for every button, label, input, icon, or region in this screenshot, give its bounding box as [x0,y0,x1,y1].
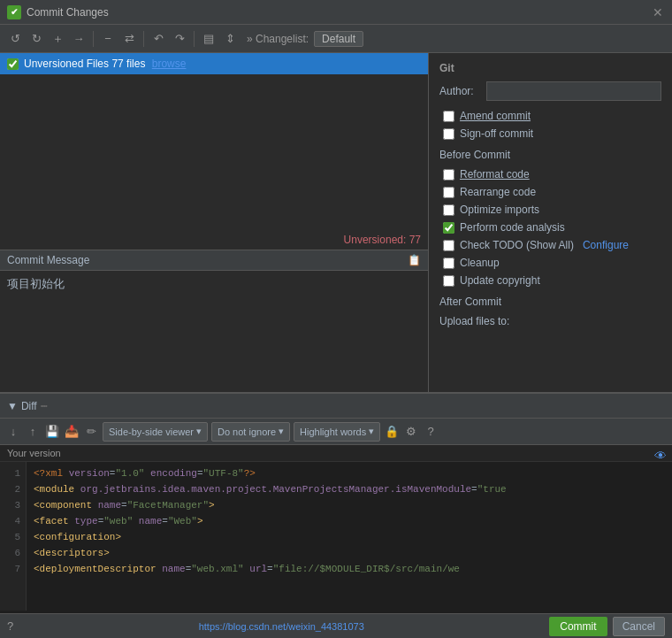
toolbar-btn-view[interactable]: ▤ [199,29,218,49]
close-button[interactable]: ✕ [653,6,665,19]
left-panel: Unversioned Files 77 files browse Unvers… [0,53,429,392]
rearrange-code-row: Rearrange code [439,186,661,198]
commit-message-input[interactable]: 项目初始化 [0,271,428,392]
upload-files-row: Upload files to: [439,315,661,327]
side-by-side-btn[interactable]: Side-by-side viewer ▾ [103,422,208,442]
commit-button[interactable]: Commit [549,617,607,636]
changelist-label: » Changelist: [247,33,309,45]
diff-chevron: ▼ [7,400,18,412]
help-icon[interactable]: ? [423,424,439,440]
line-number: 7 [5,561,20,577]
lock-icon[interactable]: 🔒 [384,424,400,440]
toolbar-btn-redo[interactable]: ↷ [170,29,189,49]
help-button[interactable]: ? [7,619,13,633]
perform-analysis-row: Perform code analysis [439,221,661,234]
cancel-button[interactable]: Cancel [613,617,665,636]
line-number: 3 [5,497,20,513]
toolbar-btn-2[interactable]: ↻ [27,29,46,49]
edit-icon[interactable]: ✏ [83,424,99,440]
right-panel: Git Author: Amend commit Sign-off commit… [429,53,672,392]
commit-message-section: Commit Message 📋 项目初始化 [0,250,428,392]
viewer-chevron-icon: ▾ [196,426,202,437]
check-todo-row: Check TODO (Show All) Configure [439,239,661,251]
save-icon[interactable]: 💾 [44,424,60,440]
line-number: 4 [5,513,20,529]
amend-commit-checkbox[interactable] [443,111,454,122]
window-title: Commit Changes [27,6,109,19]
bottom-buttons: Commit Cancel [549,617,665,636]
arrow-down-icon[interactable]: ↓ [5,424,21,440]
optimize-imports-label[interactable]: Optimize imports [460,204,539,216]
author-input[interactable] [486,81,661,101]
configure-link[interactable]: Configure [583,239,629,251]
line-number: 1 [5,465,20,481]
toolbar: ↺ ↻ ＋ → − ⇄ ↶ ↷ ▤ ⇕ » Changelist: Defaul… [0,25,672,53]
code-line: <module org.jetbrains.idea.maven.project… [34,481,665,497]
toolbar-btn-arrow-right[interactable]: → [69,29,88,49]
diff-header: ▼ Diff •••• [0,394,672,419]
line-number: 2 [5,481,20,497]
perform-analysis-checkbox[interactable] [443,222,454,234]
code-line: <?xml version="1.0" encoding="UTF-8"?> [34,465,665,481]
highlight-btn[interactable]: Highlight words ▾ [294,422,380,442]
amend-commit-row: Amend commit [439,110,661,122]
line-number: 5 [5,529,20,545]
check-todo-checkbox[interactable] [443,240,454,251]
reformat-code-checkbox[interactable] [443,169,454,181]
ignore-btn[interactable]: Do not ignore ▾ [211,422,290,442]
update-copyright-label[interactable]: Update copyright [460,274,540,287]
file-item-label: Unversioned Files 77 files browse [24,58,186,70]
app-icon: ✔ [7,5,21,19]
update-copyright-row: Update copyright [439,274,661,287]
cleanup-label[interactable]: Cleanup [460,257,500,269]
diff-section: ▼ Diff •••• ↓ ↑ 💾 📥 ✏ Side-by-side viewe… [0,392,672,613]
file-item-checkbox[interactable] [7,58,19,70]
perform-analysis-label[interactable]: Perform code analysis [460,221,565,234]
content-area: Unversioned Files 77 files browse Unvers… [0,53,672,392]
toolbar-btn-minus[interactable]: − [98,29,118,49]
code-line: <deploymentDescriptor name="web.xml" url… [34,561,665,577]
amend-commit-label[interactable]: Amend commit [460,110,531,122]
line-number: 6 [5,545,20,561]
optimize-imports-row: Optimize imports [439,204,661,216]
author-label: Author: [439,85,479,97]
toolbar-btn-move[interactable]: ⇄ [119,29,139,49]
before-commit-title: Before Commit [439,149,510,161]
file-item-unversioned[interactable]: Unversioned Files 77 files browse [0,53,428,74]
cleanup-checkbox[interactable] [443,258,454,269]
separator-2 [143,31,144,47]
title-bar: ✔ Commit Changes ✕ [0,0,672,25]
update-copyright-checkbox[interactable] [443,275,454,287]
arrow-up-icon[interactable]: ↑ [25,424,41,440]
separator-3 [194,31,195,47]
reformat-code-label[interactable]: Reformat code [460,168,530,181]
toolbar-btn-expand[interactable]: ⇕ [220,29,240,49]
toolbar-btn-add[interactable]: ＋ [48,29,67,49]
browse-link[interactable]: browse [152,58,187,70]
eye-icon[interactable]: 👁 [654,449,667,463]
diff-title: Diff [21,400,37,412]
bottom-url[interactable]: https://blog.csdn.net/weixin_44381073 [199,621,364,632]
toolbar-btn-undo[interactable]: ↶ [149,29,168,49]
optimize-imports-checkbox[interactable] [443,204,454,216]
diff-toggle[interactable]: ▼ Diff [7,400,37,412]
changelist-value[interactable]: Default [314,31,363,47]
file-list: Unversioned Files 77 files browse [0,53,428,230]
rearrange-code-checkbox[interactable] [443,187,454,198]
settings-icon[interactable]: ⚙ [403,424,419,440]
commit-message-icon[interactable]: 📋 [408,254,421,266]
rearrange-code-label[interactable]: Rearrange code [460,186,536,198]
line-numbers: 1 2 3 4 5 6 7 [0,462,27,611]
commit-message-label: Commit Message [7,254,89,266]
drag-handle: •••• [41,402,47,410]
signoff-commit-label[interactable]: Sign-off commit [460,127,533,140]
import-icon[interactable]: 📥 [64,424,80,440]
signoff-commit-checkbox[interactable] [443,128,454,140]
author-row: Author: [439,81,661,101]
diff-content: Your version 1 2 3 4 5 6 7 <?xml version… [0,445,672,613]
after-commit-title: After Commit [439,296,661,308]
diff-version-label: Your version [0,445,672,462]
before-commit-divider: Before Commit [439,149,661,161]
code-area: 1 2 3 4 5 6 7 <?xml version="1.0" encodi… [0,462,672,611]
toolbar-btn-1[interactable]: ↺ [5,29,25,49]
